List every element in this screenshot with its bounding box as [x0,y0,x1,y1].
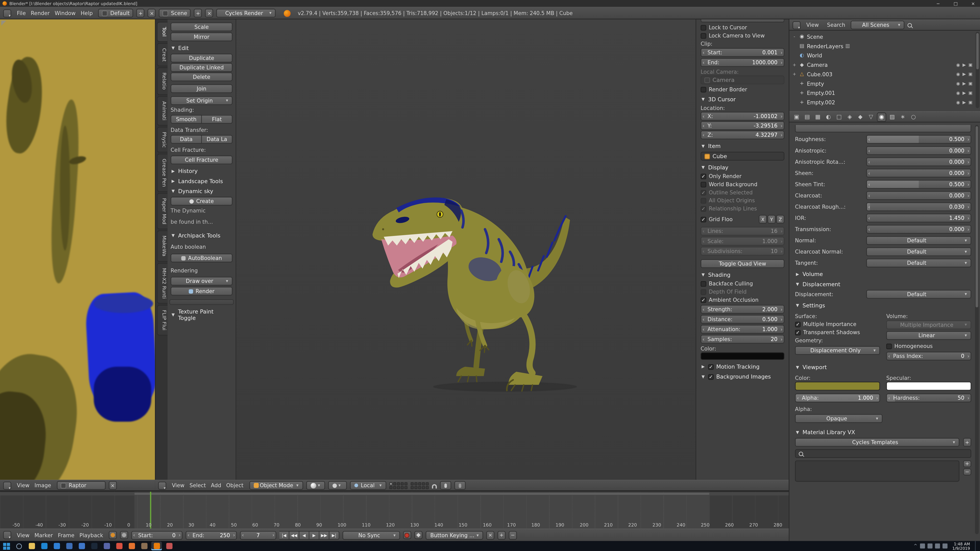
library-zoom-in-button[interactable]: + [963,460,971,467]
transparent-shadows-checkbox[interactable] [795,330,800,335]
properties-tab[interactable]: ▽ [866,112,876,122]
set-origin-dropdown[interactable]: Set Origin [171,96,232,105]
menu-item[interactable]: Help [78,10,95,16]
display-option-checkbox[interactable] [700,173,706,179]
taskbar-app-icon[interactable] [126,541,137,550]
expander-icon[interactable]: - [792,34,797,39]
screen-layout-selector[interactable]: Default [98,9,133,17]
lock-camera-checkbox[interactable] [700,33,706,38]
editor-type-icon[interactable] [3,481,11,489]
settings-panel-header[interactable]: Settings [795,302,971,308]
tray-icon[interactable] [920,544,925,549]
layers-widget[interactable] [389,482,407,489]
toolshelf-tab[interactable]: FLIP Flui [157,305,168,335]
shading-option-checkbox[interactable] [700,289,706,295]
uv-image-editor[interactable] [0,19,155,480]
editor-type-icon[interactable] [3,531,11,539]
properties-tab[interactable]: ∗ [898,112,907,122]
network-icon[interactable] [935,544,940,549]
toolshelf-tab[interactable]: Relatio [157,68,168,95]
region-expand-icon[interactable] [1,21,6,26]
pivot-dropdown[interactable] [328,481,347,490]
scale-button[interactable]: Scale [171,22,232,31]
viewport-color-swatch[interactable] [795,382,880,390]
transport-button[interactable]: ◀◀ [290,530,299,539]
eye-icon[interactable]: ◉ [956,81,960,86]
current-frame-field[interactable]: 7 [240,530,276,539]
selectable-icon[interactable]: ▶ [963,81,966,86]
mode-dropdown[interactable]: Object Mode [249,481,303,490]
toolshelf-tab[interactable]: Tool [157,22,168,41]
multiple-importance-checkbox[interactable] [795,321,800,327]
item-panel-header[interactable]: Item [700,143,784,149]
preview-range-toggle[interactable] [109,531,117,539]
start-frame-field[interactable]: Start:0 [131,530,183,539]
menu-item[interactable]: Image [32,483,54,489]
clip-end-field[interactable]: End:1000.000 [700,58,784,67]
grid-number-field[interactable]: Scale: 1.000 [700,237,784,245]
edit-panel-header[interactable]: Edit [171,45,232,51]
toolshelf-tab[interactable]: Animati [157,96,168,125]
collapsed-panel-strip[interactable] [169,299,234,305]
properties-tab[interactable]: ▣ [792,112,801,122]
taskbar-app-icon[interactable] [64,541,75,550]
socket-default-dropdown[interactable]: Default [866,259,971,267]
properties-tab[interactable]: ◈ [845,112,854,122]
viewport-shading-dropdown[interactable] [306,481,325,490]
properties-tab[interactable]: □ [834,112,844,122]
layers-widget-2[interactable] [410,482,428,489]
displacement-panel-header[interactable]: Displacement [795,281,971,287]
ao-number-field[interactable]: Samples: 20 [700,335,784,344]
renderable-icon[interactable]: ▣ [968,100,972,105]
end-frame-field[interactable]: End:250 [186,530,237,539]
viewport-3d[interactable] [236,19,696,480]
toggle-quad-view-button[interactable]: Toggle Quad View [700,259,784,268]
library-add-button[interactable]: + [963,438,971,447]
image-datablock-field[interactable]: Raptor [57,481,105,490]
taskbar-app-icon[interactable] [151,541,162,550]
homogeneous-checkbox[interactable] [886,343,892,349]
transport-button[interactable]: |◀ [280,530,290,539]
menu-item[interactable]: File [14,10,28,16]
unlink-image-button[interactable]: × [109,481,117,490]
volume-sampling-dropdown[interactable]: Multiple Importance [886,321,971,329]
cortana-search-button[interactable] [14,541,24,550]
shading-option-checkbox[interactable] [700,281,706,286]
motion-tracking-header[interactable]: Motion Tracking [700,364,784,370]
shading-option-checkbox[interactable] [700,297,706,303]
editor-type-icon[interactable] [158,481,166,489]
clip-start-field[interactable]: Start:0.001 [700,48,784,57]
menu-item[interactable]: Window [52,10,78,16]
renderable-icon[interactable]: ▣ [968,62,972,67]
material-slider[interactable]: 0.000 [866,168,971,177]
material-slider[interactable]: 0.000 [866,157,971,166]
insert-keyframe-button[interactable]: + [497,530,506,539]
outliner-row[interactable]: - ◉ Scene ◉ ▶ ▣ [792,32,977,41]
add-layout-button[interactable]: + [137,9,145,17]
ao-color-swatch[interactable] [700,352,784,360]
shading-panel-header[interactable]: Shading [700,272,784,278]
viewport-alpha-slider[interactable]: Alpha: 1.000 [795,394,880,402]
menu-item[interactable]: View [169,483,187,489]
archipack-panel-header[interactable]: Archipack Tools [171,232,232,238]
keying-set-icon[interactable] [414,531,423,539]
properties-tab[interactable]: ▦ [813,112,822,122]
material-slider[interactable]: 0.500 [866,135,971,144]
raptor-model[interactable] [236,19,696,480]
properties-tab[interactable]: ◉ [877,112,886,122]
add-scene-button[interactable]: + [194,9,202,17]
menu-item[interactable]: Marker [32,532,56,538]
render-engine-select[interactable]: Cycles Render [216,9,276,17]
search-icon[interactable] [908,23,912,27]
eye-icon[interactable]: ◉ [956,62,960,67]
timeline-tracks[interactable]: -50-40-30-20-100102030405060708090100110… [0,492,789,528]
taskbar-app-icon[interactable] [26,541,37,550]
ao-number-field[interactable]: Distance: 0.500 [700,315,784,324]
menu-item[interactable]: View [14,483,32,489]
orientation-dropdown[interactable]: Local [350,481,386,490]
taskbar-app-icon[interactable] [164,541,175,550]
frame-lock-toggle[interactable] [120,531,128,539]
grid-axis-toggle[interactable]: Y [767,215,776,224]
cursor-axis-field[interactable]: Y: -3.29516 [700,121,784,130]
socket-default-dropdown[interactable]: Default [866,236,971,245]
